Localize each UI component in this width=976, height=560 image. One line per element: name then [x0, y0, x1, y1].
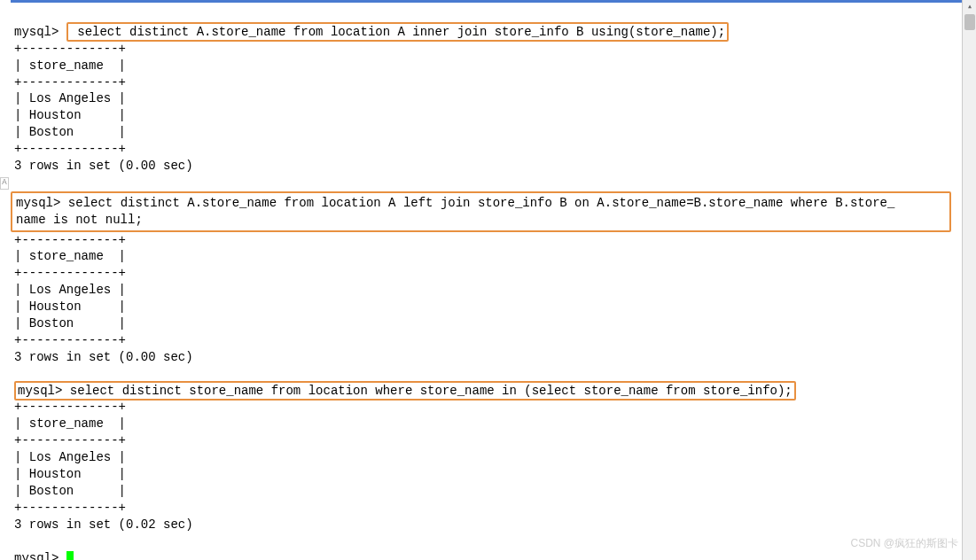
query-2-line2: name is not null;: [16, 213, 143, 227]
query-3: select distinct store_name from location…: [70, 384, 793, 398]
table-row: | Los Angeles |: [14, 283, 126, 297]
table-border: +-------------+: [14, 266, 126, 280]
result-summary: 3 rows in set (0.02 sec): [14, 517, 193, 532]
prompt: mysql>: [14, 551, 59, 561]
query-2-highlight: mysql> select distinct A.store_name from…: [11, 191, 951, 232]
table-border: +-------------+: [14, 75, 126, 89]
query-2-line1: select distinct A.store_name from locati…: [68, 196, 895, 210]
table-border: +-------------+: [14, 233, 126, 247]
table-row: | Houston |: [14, 108, 126, 122]
table-header: | store_name |: [14, 416, 126, 431]
table-row: | Boston |: [14, 484, 126, 498]
result-summary: 3 rows in set (0.00 sec): [14, 350, 193, 364]
cursor[interactable]: [66, 551, 74, 560]
prompt: mysql>: [14, 25, 59, 39]
table-row: | Los Angeles |: [14, 450, 126, 464]
table-row: | Boston |: [14, 316, 126, 331]
query-3-highlight: mysql> select distinct store_name from l…: [14, 381, 796, 401]
prompt: mysql>: [16, 196, 60, 210]
table-border: +-------------+: [14, 501, 126, 515]
table-row: | Houston |: [14, 467, 126, 481]
table-border: +-------------+: [14, 400, 126, 414]
table-row: | Los Angeles |: [14, 91, 126, 105]
scrollbar-thumb[interactable]: [964, 14, 975, 30]
query-1-highlight: select distinct A.store_name from locati…: [66, 22, 729, 42]
scrollbar-up-icon[interactable]: ▴: [963, 0, 976, 14]
watermark: CSDN @疯狂的斯图卡: [850, 536, 958, 551]
table-border: +-------------+: [14, 142, 126, 156]
table-header: | store_name |: [14, 249, 126, 263]
terminal-output[interactable]: mysql> select distinct A.store_name from…: [0, 0, 976, 560]
result-summary: 3 rows in set (0.00 sec): [14, 159, 193, 173]
prompt: mysql>: [18, 384, 62, 398]
scrollbar[interactable]: ▴: [962, 0, 976, 560]
table-border: +-------------+: [14, 433, 126, 447]
table-header: | store_name |: [14, 58, 126, 73]
table-border: +-------------+: [14, 42, 126, 56]
table-row: | Houston |: [14, 299, 126, 314]
table-row: | Boston |: [14, 125, 126, 139]
table-border: +-------------+: [14, 333, 126, 347]
